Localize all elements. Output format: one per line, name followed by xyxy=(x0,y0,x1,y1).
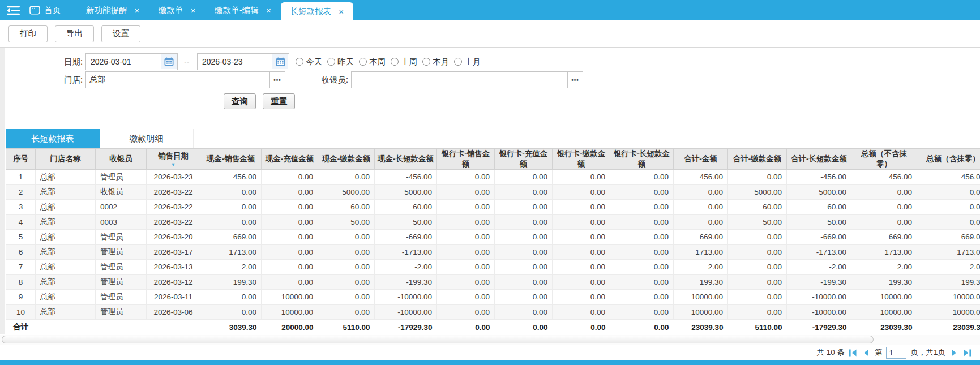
store-lookup-button[interactable]: ••• xyxy=(269,71,285,88)
cell: 总部 xyxy=(36,260,96,275)
radio-this-month[interactable]: 本月 xyxy=(422,57,449,67)
cell: 0.00 xyxy=(610,244,674,260)
page-suffix-label: 页，共1页 xyxy=(910,347,945,358)
top-tab-4[interactable]: 长短款报表× xyxy=(281,2,353,20)
cell: -456.00 xyxy=(787,170,851,185)
date-range-separator: -- xyxy=(184,53,189,70)
column-header[interactable]: 现金-销售金额 xyxy=(200,149,262,170)
column-header[interactable]: 银行卡-缴款金额 xyxy=(553,149,610,170)
table-row[interactable]: 6总部管理员2026-03-171713.000.000.00-1713.000… xyxy=(6,244,980,260)
print-button[interactable]: 打印 xyxy=(8,25,48,42)
settings-button[interactable]: 设置 xyxy=(101,25,140,42)
column-header[interactable]: 现金-充值金额 xyxy=(262,149,318,170)
table-row[interactable]: 7总部管理员2026-03-132.000.000.00-2.000.000.0… xyxy=(6,260,980,275)
table-row[interactable]: 4总部00032026-03-220.000.0050.0050.000.000… xyxy=(6,214,980,230)
column-header-label: 销售日期 xyxy=(149,151,198,161)
date-from-calendar-button[interactable] xyxy=(161,54,177,69)
cell: -199.30 xyxy=(375,274,437,290)
cell: 管理员 xyxy=(96,274,147,290)
column-header[interactable]: 合计-长短款金额 xyxy=(787,149,851,170)
cell: 456.00 xyxy=(851,170,917,185)
cell: 1713.00 xyxy=(674,244,728,260)
export-button[interactable]: 导出 xyxy=(55,25,94,42)
close-icon[interactable]: × xyxy=(339,7,344,16)
next-page-button[interactable] xyxy=(949,348,958,357)
cell: 60.00 xyxy=(728,200,787,215)
cell: 2026-03-22 xyxy=(147,200,200,215)
cell: 0.00 xyxy=(495,200,553,215)
table-row[interactable]: 8总部管理员2026-03-12199.300.000.00-199.300.0… xyxy=(6,274,980,290)
cashier-lookup-button[interactable]: ••• xyxy=(567,71,583,88)
radio-this-week[interactable]: 本周 xyxy=(359,57,386,67)
store-input[interactable] xyxy=(85,71,270,88)
close-icon[interactable]: × xyxy=(191,6,196,15)
top-tab-1[interactable]: 新功能提醒× xyxy=(76,0,149,20)
close-icon[interactable]: × xyxy=(135,6,140,15)
last-page-button[interactable] xyxy=(962,348,972,357)
column-header[interactable]: 收银员 xyxy=(96,149,147,170)
total-cell: 23039.30 xyxy=(851,320,917,335)
cell: 10000.00 xyxy=(917,304,980,320)
cell: -669.00 xyxy=(375,230,437,245)
radio-last-week[interactable]: 上周 xyxy=(391,57,417,67)
home-tab[interactable]: 首页 xyxy=(26,0,69,20)
cell: 总部 xyxy=(36,170,96,185)
app-window: 首页 新功能提醒×缴款单×缴款单-编辑×长短款报表× 打印 导出 设置 日期: xyxy=(0,0,980,365)
horizontal-scrollbar-thumb[interactable] xyxy=(2,336,874,343)
content-tab-2[interactable]: 缴款明细 xyxy=(100,129,194,148)
column-header[interactable]: 总额（含抹零） xyxy=(917,149,980,170)
first-page-icon xyxy=(849,349,857,357)
cell: 50.00 xyxy=(787,214,851,230)
table-row[interactable]: 9总部管理员2026-03-110.0010000.000.00-10000.0… xyxy=(6,290,980,305)
collapse-sidebar-button[interactable] xyxy=(0,0,26,20)
column-header[interactable]: 现金-缴款金额 xyxy=(318,149,375,170)
column-header[interactable]: 银行卡-长短款金额 xyxy=(610,149,674,170)
cell: 0.00 xyxy=(728,290,787,305)
column-header[interactable]: 现金-长短款金额 xyxy=(375,149,437,170)
total-cell: -17929.30 xyxy=(375,320,437,335)
cell: 0.00 xyxy=(674,184,728,200)
table-row[interactable]: 5总部管理员2026-03-20669.000.000.00-669.000.0… xyxy=(6,230,980,245)
total-cell: 0.00 xyxy=(495,320,553,335)
column-header[interactable]: 销售日期▼ xyxy=(147,149,200,170)
content-tab-1[interactable]: 长短款报表 xyxy=(6,129,100,148)
first-page-button[interactable] xyxy=(849,348,858,357)
top-tab-3[interactable]: 缴款单-编辑× xyxy=(206,0,281,20)
close-icon[interactable]: × xyxy=(266,6,271,15)
report-table-container: 序号门店名称收银员销售日期▼现金-销售金额现金-充值金额现金-缴款金额现金-长短… xyxy=(6,148,980,334)
reset-button[interactable]: 重置 xyxy=(263,93,295,109)
radio-last-month[interactable]: 上月 xyxy=(454,57,481,67)
date-to-calendar-button[interactable] xyxy=(272,54,288,69)
column-header[interactable]: 门店名称 xyxy=(36,149,96,170)
cell: -10000.00 xyxy=(375,290,437,305)
column-header[interactable]: 银行卡-销售金额 xyxy=(437,149,495,170)
page-number-input[interactable] xyxy=(886,347,906,359)
prev-page-button[interactable] xyxy=(862,348,871,357)
query-button[interactable]: 查询 xyxy=(224,93,256,109)
total-cell: 合计 xyxy=(6,320,36,335)
top-tab-2[interactable]: 缴款单× xyxy=(149,0,205,20)
column-header[interactable]: 合计-金额 xyxy=(674,149,728,170)
column-header[interactable]: 合计-缴款金额 xyxy=(728,149,787,170)
cell: 2.00 xyxy=(851,260,917,275)
column-header[interactable]: 银行卡-充值金额 xyxy=(495,149,553,170)
radio-today[interactable]: 今天 xyxy=(296,57,322,67)
column-header[interactable]: 总额（不含抹零） xyxy=(851,149,917,170)
table-row[interactable]: 3总部00022026-03-220.000.0060.0060.000.000… xyxy=(6,200,980,215)
cell: 5000.00 xyxy=(787,184,851,200)
cashier-input[interactable] xyxy=(351,71,568,88)
cell: 0.00 xyxy=(262,230,318,245)
next-page-icon xyxy=(951,349,957,357)
total-cell: 20000.00 xyxy=(262,320,318,335)
cell: 总部 xyxy=(36,184,96,200)
cell: 60.00 xyxy=(787,200,851,215)
table-row[interactable]: 1总部管理员2026-03-23456.000.000.00-456.000.0… xyxy=(6,170,980,185)
column-header[interactable]: 序号 xyxy=(6,149,36,170)
table-row[interactable]: 10总部管理员2026-03-060.0010000.000.00-10000.… xyxy=(6,304,980,320)
total-cell xyxy=(147,320,200,335)
table-row[interactable]: 2总部收银员2026-03-220.000.005000.005000.000.… xyxy=(6,184,980,200)
cell: 10000.00 xyxy=(262,304,318,320)
radio-yesterday[interactable]: 昨天 xyxy=(327,57,354,67)
cell: 管理员 xyxy=(96,230,147,245)
cell: 669.00 xyxy=(917,230,980,245)
